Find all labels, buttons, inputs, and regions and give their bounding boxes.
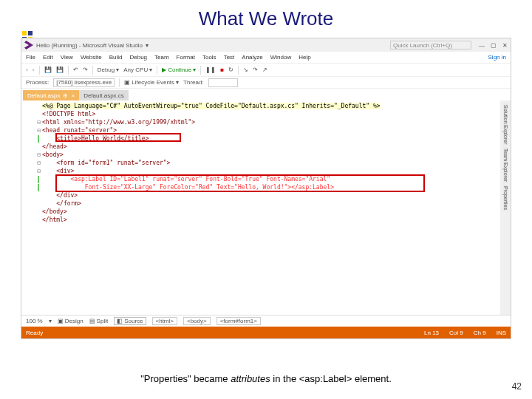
tab-solution-explorer[interactable]: Solution Explorer bbox=[503, 103, 508, 146]
status-ch: Ch 9 bbox=[474, 330, 486, 336]
lifecycle-dropdown[interactable]: ▣ Lifecycle Events ▾ bbox=[124, 79, 179, 86]
tab-close-icon[interactable]: × bbox=[71, 92, 75, 99]
crumb-html[interactable]: <html> bbox=[152, 317, 177, 325]
continue-button[interactable]: ▶ Continue ▾ bbox=[162, 66, 196, 73]
menu-window[interactable]: Window bbox=[270, 54, 291, 61]
slide-caption: Properties became attributes in the <asp… bbox=[0, 373, 532, 384]
save-icon[interactable]: 💾 bbox=[44, 66, 52, 73]
save-all-icon[interactable]: 💾 bbox=[56, 66, 64, 73]
right-side-tabs: Solution Explorer Team Explorer Properti… bbox=[500, 100, 511, 315]
tab-default-aspx-cs[interactable]: Default.aspx.cs bbox=[79, 90, 129, 100]
step-out-icon[interactable]: ↗ bbox=[262, 66, 267, 73]
menu-edit[interactable]: Edit bbox=[43, 54, 53, 61]
minimize-icon[interactable]: — bbox=[479, 42, 485, 49]
stop-icon[interactable]: ■ bbox=[220, 66, 224, 73]
vs-window: Hello (Running) - Microsoft Visual Studi… bbox=[21, 38, 511, 339]
toolbar-debug: Process: [7580] iisexpress.exe ▣ Lifecyc… bbox=[21, 77, 511, 89]
zoom-level[interactable]: 100 % bbox=[26, 318, 43, 324]
process-dropdown[interactable]: [7580] iisexpress.exe bbox=[53, 78, 115, 87]
view-design[interactable]: ▣ Design bbox=[58, 318, 83, 324]
config-anycpu[interactable]: Any CPU ▾ bbox=[123, 66, 152, 73]
redo-icon[interactable]: ↷ bbox=[83, 66, 88, 73]
config-debug[interactable]: Debug ▾ bbox=[98, 66, 120, 73]
view-split[interactable]: ▤ Split bbox=[89, 318, 109, 324]
step-over-icon[interactable]: ↷ bbox=[253, 66, 258, 73]
crumb-body[interactable]: <body> bbox=[183, 317, 211, 325]
nav-back-icon[interactable]: ◦ bbox=[26, 66, 28, 73]
sign-in-link[interactable]: Sign in bbox=[488, 54, 506, 61]
menu-tools[interactable]: Tools bbox=[202, 54, 216, 61]
window-title: Hello (Running) - Microsoft Visual Studi… bbox=[36, 42, 143, 49]
step-into-icon[interactable]: ↘ bbox=[243, 66, 248, 73]
page-number: 42 bbox=[512, 381, 522, 392]
status-col: Col 9 bbox=[449, 330, 463, 336]
menu-file[interactable]: File bbox=[26, 54, 35, 61]
thread-dropdown[interactable] bbox=[208, 78, 238, 87]
menu-debug[interactable]: Debug bbox=[129, 54, 147, 61]
titlebar: Hello (Running) - Microsoft Visual Studi… bbox=[21, 38, 511, 52]
menu-format[interactable]: Format bbox=[177, 54, 195, 61]
maximize-icon[interactable]: ▢ bbox=[491, 42, 497, 49]
restart-icon[interactable]: ↻ bbox=[228, 66, 233, 73]
status-line: Ln 13 bbox=[424, 330, 439, 336]
process-label: Process: bbox=[26, 79, 49, 86]
tab-default-aspx[interactable]: Default.aspx ⊕ × bbox=[23, 90, 79, 100]
statusbar: Ready Ln 13 Col 9 Ch 9 INS bbox=[21, 327, 511, 338]
menu-view[interactable]: View bbox=[61, 54, 73, 61]
code-editor[interactable]: <%@ Page Language="C#" AutoEventWireup="… bbox=[21, 100, 500, 315]
editor-bottom-bar: 100 % ▾ ▣ Design ▤ Split ◧ Source <html>… bbox=[21, 315, 511, 327]
view-source[interactable]: ◧ Source bbox=[114, 317, 146, 325]
crumb-form[interactable]: <form#form1> bbox=[216, 317, 261, 325]
menu-test[interactable]: Test bbox=[224, 54, 235, 61]
editor-area: <%@ Page Language="C#" AutoEventWireup="… bbox=[21, 100, 511, 315]
close-icon[interactable]: ✕ bbox=[502, 42, 508, 49]
quick-launch-input[interactable]: Quick Launch (Ctrl+Q) bbox=[390, 41, 471, 50]
nav-fwd-icon[interactable]: ◦ bbox=[33, 66, 35, 73]
menu-website[interactable]: Website bbox=[81, 54, 102, 61]
menu-team[interactable]: Team bbox=[154, 54, 169, 61]
tab-team-explorer[interactable]: Team Explorer bbox=[503, 147, 508, 183]
pause-icon[interactable]: ❚❚ bbox=[205, 66, 216, 73]
thread-label: Thread: bbox=[183, 79, 204, 86]
slide-title: What We Wrote bbox=[0, 0, 532, 33]
undo-icon[interactable]: ↶ bbox=[73, 66, 78, 73]
status-ins: INS bbox=[497, 330, 506, 336]
vs-logo-icon bbox=[24, 41, 33, 50]
document-tab-strip: Default.aspx ⊕ × Default.aspx.cs bbox=[21, 89, 511, 100]
menu-analyze[interactable]: Analyze bbox=[242, 54, 262, 61]
status-ready: Ready bbox=[26, 330, 43, 336]
menubar: File Edit View Website Build Debug Team … bbox=[21, 52, 511, 64]
tab-properties[interactable]: Properties bbox=[503, 185, 508, 211]
menu-build[interactable]: Build bbox=[109, 54, 123, 61]
toolbar-main: ◦ ◦ 💾 💾 ↶ ↷ Debug ▾ Any CPU ▾ ▶ Continue… bbox=[21, 64, 511, 77]
pin-icon[interactable]: ⊕ bbox=[63, 92, 68, 99]
titlebar-dropdown-icon[interactable]: ▾ bbox=[146, 42, 149, 49]
menu-help[interactable]: Help bbox=[299, 54, 310, 61]
